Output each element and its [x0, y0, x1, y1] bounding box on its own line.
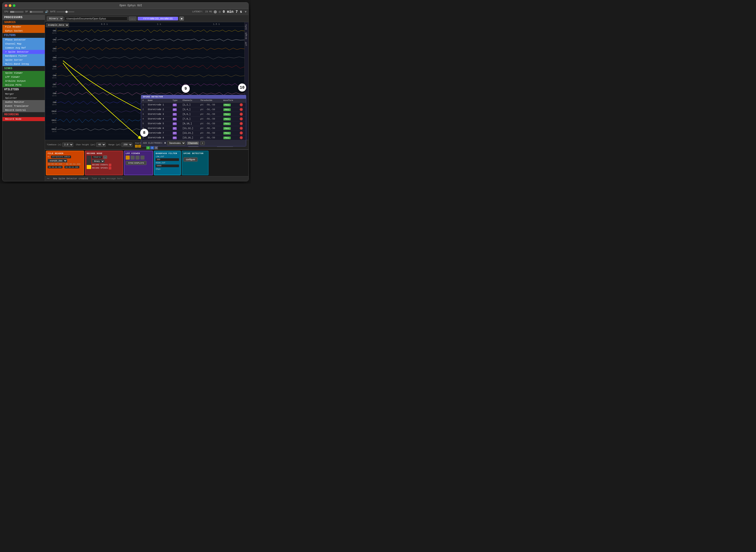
- sidebar-item-multiband-integ[interactable]: Multi-Band Integ: [2, 62, 45, 66]
- record-button[interactable]: [214, 10, 217, 13]
- remove-electrode-button[interactable]: −: [240, 127, 243, 130]
- sidebar-item-online-psth[interactable]: Online PSTH: [2, 83, 45, 87]
- sd-cell-thresholds: μV: -50,-50: [199, 103, 222, 107]
- browse-button[interactable]: ...: [129, 17, 136, 21]
- panel-bandpass-filter: BANDPASS FILTER LOW_CUT 300 HIGH_CUT 600…: [154, 151, 181, 175]
- record-spikes-indicator[interactable]: [109, 167, 111, 169]
- sidebar-item-merger[interactable]: Merger: [2, 92, 45, 96]
- tab-graph[interactable]: Graph: [245, 31, 248, 40]
- browse-rec-button[interactable]: ...: [103, 156, 107, 159]
- sidebar-item-spike-detector[interactable]: > Spike Detector: [2, 50, 45, 54]
- range-dropdown[interactable]: 250: [121, 143, 132, 147]
- sidebar-item-spike-sorter[interactable]: Spike Sorter: [2, 58, 45, 62]
- record-events-indicator[interactable]: [109, 164, 111, 166]
- dataset-select[interactable]: example_data: [48, 159, 67, 162]
- event-btn-6[interactable]: 6: [154, 146, 158, 150]
- remove-electrode-button[interactable]: −: [240, 103, 243, 106]
- dropdown-arrow-icon[interactable]: ▼: [245, 10, 247, 14]
- sd-table-row: 1 Steretrode 1 ST [1,2,] μV: -50,-50 FUL…: [141, 103, 246, 107]
- sidebar-item-bandpass-filter[interactable]: Bandpass Filter: [2, 54, 45, 58]
- sidebar-item-common-avg-ref[interactable]: Common Avg Ref: [2, 46, 45, 50]
- sd-cell-num: 1: [141, 103, 146, 107]
- sidebar-item-file-reader[interactable]: File Reader: [2, 25, 45, 29]
- level-bar: [87, 165, 91, 169]
- channel-label-ch5: ● CH5 DATA: [45, 64, 58, 70]
- gate-track[interactable]: [57, 11, 74, 12]
- lfp-icon-1[interactable]: [126, 156, 130, 160]
- remove-electrode-button[interactable]: −: [240, 117, 243, 120]
- dataset-dropdown[interactable]: example_data: [46, 23, 69, 27]
- lfp-icon-4[interactable]: [140, 156, 144, 160]
- channels-button[interactable]: Channels: [187, 141, 199, 145]
- tab-lfp[interactable]: LFP: [245, 40, 248, 47]
- sd-col-type: Type: [171, 99, 181, 103]
- sidebar-item-phase-detector[interactable]: Phase Detector: [2, 38, 45, 42]
- sidebar-item-record-control[interactable]: Record Control: [2, 108, 45, 112]
- message-input[interactable]: [92, 177, 247, 180]
- sd-cell-channels: [15,16,]: [181, 135, 199, 140]
- sd-cell-type: ST: [171, 121, 181, 126]
- dataset-selector: example_data: [46, 23, 69, 27]
- add-electrodes-label: ADD ELECTRODES:: [143, 142, 163, 144]
- step-badge-9: 9: [182, 85, 190, 93]
- sidebar-item-record-node[interactable]: Record Node: [2, 117, 45, 121]
- remove-electrode-button[interactable]: −: [240, 108, 243, 111]
- chan-height-dropdown[interactable]: 40: [96, 143, 106, 147]
- lfp-icon-3[interactable]: [135, 156, 139, 160]
- sidebar-section-recording: RECORDING: [2, 112, 45, 117]
- channel-row-ch1: ● CH1 DATA: [45, 27, 244, 36]
- event-btn-4[interactable]: 4: [150, 146, 154, 150]
- remove-electrode-button[interactable]: −: [240, 113, 243, 116]
- sidebar-item-arduino-output[interactable]: Arduino Output: [2, 79, 45, 83]
- sd-cell-thresholds: μV: -50,-50: [199, 135, 222, 140]
- sd-cell-num: 4: [141, 117, 146, 121]
- configure-button[interactable]: configure: [184, 157, 198, 162]
- stop-button[interactable]: [219, 11, 221, 13]
- remove-electrode-button[interactable]: −: [240, 122, 243, 125]
- sd-col-channels: Channels: [181, 99, 199, 103]
- maximize-button[interactable]: [13, 4, 15, 7]
- low-cut-value: 300: [156, 158, 179, 161]
- time-mark-1: 1 s: [157, 23, 161, 25]
- tab-info[interactable]: Info: [245, 23, 248, 31]
- sd-cell-channels: [1,2,]: [181, 103, 199, 107]
- sidebar-item-spike-viewer[interactable]: Spike Viewer: [2, 71, 45, 75]
- sd-cell-channels: [13,14,]: [181, 131, 199, 135]
- sd-title: SPIKE DETECTOR: [143, 96, 163, 98]
- electrode-type-dropdown[interactable]: Steretrodes: [167, 141, 186, 145]
- format-dropdown[interactable]: Binary: [47, 16, 64, 21]
- sidebar-item-lfp-viewer[interactable]: LFP Viewer: [2, 75, 45, 79]
- remove-electrode-button[interactable]: −: [240, 131, 243, 135]
- sidebar-item-splitter[interactable]: Splitter: [2, 96, 45, 100]
- path-field[interactable]: [65, 17, 127, 21]
- rec-format-dropdown[interactable]: Binary: [92, 159, 105, 163]
- sd-cell-waveform: FULL: [222, 103, 238, 107]
- channel-row-ch2: ● CH2 DATA: [45, 36, 244, 44]
- sidebar-item-channel-map[interactable]: Channel Map: [2, 42, 45, 46]
- sd-table-row: 6 Steretrode 6 ST [11,12,] μV: -50,-50 F…: [141, 126, 246, 131]
- sidebar-item-event-translator[interactable]: Event Translator: [2, 104, 45, 108]
- sd-col-waveform: Waveform: [222, 99, 238, 103]
- sd-col-num: #: [141, 99, 146, 103]
- volume-icon[interactable]: 🔊: [45, 10, 48, 13]
- lfp-icon-2[interactable]: [131, 156, 135, 160]
- sd-cell-remove: −: [238, 117, 246, 121]
- file-reader-dataset-row: example_data: [48, 159, 82, 162]
- sidebar-section-sinks: SINKS: [2, 66, 45, 71]
- sidebar-item-ephys-socket[interactable]: Ephys Socket: [2, 29, 45, 33]
- sidebar-item-audio-monitor[interactable]: Audio Monitor: [2, 100, 45, 104]
- sd-cell-num: 3: [141, 112, 146, 117]
- event-btn-2[interactable]: 2: [146, 146, 150, 150]
- timebase-dropdown[interactable]: 2.0: [62, 143, 73, 147]
- sd-col-thresholds: Thresholds: [199, 99, 222, 103]
- date-format-field[interactable]: [138, 17, 178, 20]
- record-settings-button[interactable]: ■: [180, 17, 184, 21]
- remove-electrode-button[interactable]: −: [240, 136, 243, 139]
- minimize-button[interactable]: [9, 4, 11, 7]
- gate-slider: GATE: [50, 10, 74, 13]
- close-button[interactable]: [5, 4, 7, 7]
- channel-label-ch4: ● CH4 DATA: [45, 55, 58, 61]
- add-electrode-button[interactable]: +: [200, 141, 205, 145]
- sd-table-row: 4 Steretrode 4 ST [7,8,] μV: -50,-50 FUL…: [141, 117, 246, 121]
- lfp-sync-button[interactable]: SYNC DISPLAYS: [126, 161, 146, 165]
